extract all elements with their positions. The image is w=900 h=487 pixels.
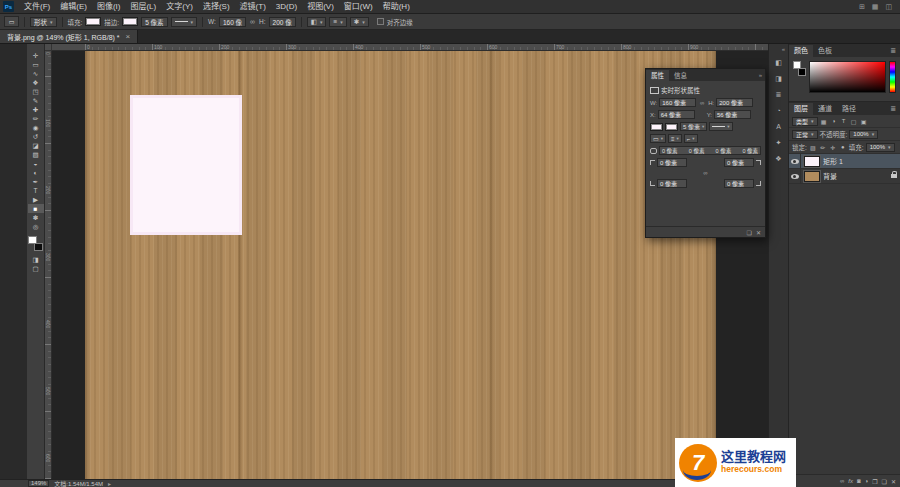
lock-position-icon[interactable]: ✛ bbox=[829, 144, 837, 151]
stroke-caps-select[interactable]: ≡ bbox=[668, 134, 682, 143]
panel-new-icon[interactable]: ❏ bbox=[747, 229, 752, 236]
path-operations-select[interactable]: ◧ bbox=[307, 17, 327, 27]
tab-layers[interactable]: 图层 bbox=[789, 103, 813, 115]
stroke-swatch[interactable] bbox=[665, 123, 678, 131]
panel-menu-icon[interactable]: ≣ bbox=[890, 103, 900, 115]
filter-smart-objects-icon[interactable]: ▣ bbox=[860, 118, 868, 125]
menu-view[interactable]: 视图(V) bbox=[302, 0, 339, 14]
lock-transparency-icon[interactable]: ▨ bbox=[809, 144, 817, 151]
new-group-icon[interactable]: ❐ bbox=[872, 478, 877, 485]
eye-icon[interactable] bbox=[791, 174, 799, 179]
background-color-swatch[interactable] bbox=[34, 243, 43, 251]
path-alignment-select[interactable]: ≡ bbox=[329, 17, 346, 27]
pen-tool[interactable]: ✒ bbox=[28, 177, 44, 186]
filter-adjustment-layers-icon[interactable]: ◑ bbox=[830, 118, 838, 124]
shape-width-field[interactable]: 160 像 bbox=[219, 17, 246, 27]
fill-swatch[interactable] bbox=[85, 17, 101, 26]
stroke-width-select[interactable]: 5 像素 bbox=[680, 122, 707, 131]
vertical-ruler[interactable]: 0 100 200 300 400 500 600 bbox=[45, 51, 52, 479]
workspace-switcher-icon[interactable]: ⊞ bbox=[859, 3, 865, 11]
opacity-select[interactable]: 100% bbox=[849, 130, 878, 139]
marquee-tool[interactable]: ▭ bbox=[28, 60, 44, 69]
path-selection-tool[interactable]: ▶ bbox=[28, 195, 44, 204]
stroke-align-select[interactable]: ▭ bbox=[650, 134, 666, 143]
shape-x-field[interactable]: 64 像素 bbox=[658, 110, 695, 119]
radius-summary-field[interactable]: 0 像素 0 像素 0 像素 0 像素 bbox=[659, 146, 761, 155]
add-mask-icon[interactable]: ◙ bbox=[857, 478, 861, 484]
menu-select[interactable]: 选择(S) bbox=[198, 0, 235, 14]
layer-row-rectangle[interactable]: 矩形 1 bbox=[789, 154, 900, 169]
quick-mask-button[interactable]: ◨ bbox=[28, 255, 44, 264]
healing-brush-tool[interactable]: ✚ bbox=[28, 105, 44, 114]
horizontal-ruler[interactable]: 0 100 200 300 400 500 600 700 800 900 bbox=[52, 44, 768, 51]
layer-name[interactable]: 矩形 1 bbox=[823, 156, 843, 166]
corner-tr-field[interactable]: 0 像素 bbox=[724, 158, 754, 167]
shape-h-field[interactable]: 200 像素 bbox=[716, 98, 753, 107]
link-wh-icon[interactable]: ∞ bbox=[698, 100, 706, 106]
link-dimensions-icon[interactable]: ∞ bbox=[249, 18, 256, 25]
zoom-tool[interactable]: ◎ bbox=[28, 222, 44, 231]
zoom-level-field[interactable]: 149% bbox=[28, 480, 49, 487]
lasso-tool[interactable]: ∿ bbox=[28, 69, 44, 78]
brush-tool[interactable]: ✏ bbox=[28, 114, 44, 123]
shape-height-field[interactable]: 200 像 bbox=[269, 17, 296, 27]
fill-swatch[interactable] bbox=[650, 123, 663, 131]
lock-all-icon[interactable]: ● bbox=[839, 144, 847, 150]
link-layers-icon[interactable]: ∞ bbox=[840, 478, 844, 484]
rectangle-tool[interactable]: ■ bbox=[28, 204, 44, 213]
tab-paths[interactable]: 路径 bbox=[837, 103, 861, 115]
filter-pixel-layers-icon[interactable]: ▦ bbox=[820, 118, 828, 125]
saturation-brightness-picker[interactable] bbox=[809, 61, 886, 93]
screen-mode-icon[interactable]: ◫ bbox=[885, 3, 892, 11]
link-corners-icon[interactable]: ∞ bbox=[702, 170, 710, 176]
filter-type-select[interactable]: 类型 bbox=[792, 117, 818, 126]
arrange-documents-icon[interactable]: ▦ bbox=[872, 3, 879, 11]
menu-filter[interactable]: 滤镜(T) bbox=[235, 0, 271, 14]
menu-file[interactable]: 文件(F) bbox=[19, 0, 55, 14]
stroke-corners-select[interactable]: ⌐ bbox=[684, 134, 698, 143]
corner-bl-field[interactable]: 0 像素 bbox=[657, 179, 687, 188]
ruler-origin[interactable] bbox=[45, 44, 52, 51]
quick-selection-tool[interactable]: ❖ bbox=[28, 78, 44, 87]
stroke-style-select[interactable] bbox=[709, 122, 732, 131]
crop-tool[interactable]: ◳ bbox=[28, 87, 44, 96]
layer-row-background[interactable]: 背景 bbox=[789, 169, 900, 184]
menu-window[interactable]: 窗口(W) bbox=[339, 0, 378, 14]
align-edges-checkbox[interactable] bbox=[377, 18, 384, 25]
menu-edit[interactable]: 编辑(E) bbox=[55, 0, 92, 14]
clock-history-icon[interactable]: ◔ bbox=[772, 105, 786, 116]
type-tool[interactable]: T bbox=[28, 186, 44, 195]
tab-close-icon[interactable]: × bbox=[126, 33, 131, 41]
color-fg-bg-swatches[interactable] bbox=[793, 61, 806, 76]
paragraph-panel-icon[interactable]: ✦ bbox=[772, 137, 786, 148]
styles-panel-icon[interactable]: ◨ bbox=[772, 73, 786, 84]
fg-color-chip[interactable] bbox=[793, 61, 801, 69]
canvas[interactable] bbox=[85, 51, 716, 479]
foreground-background-color[interactable] bbox=[28, 236, 43, 251]
status-menu-arrow-icon[interactable]: ▸ bbox=[108, 480, 111, 487]
gradient-tool[interactable]: ▨ bbox=[28, 150, 44, 159]
tab-channels[interactable]: 通道 bbox=[813, 103, 837, 115]
menu-help[interactable]: 帮助(H) bbox=[378, 0, 415, 14]
character-panel-icon[interactable]: A bbox=[772, 121, 786, 132]
collapse-panel-icon[interactable]: » bbox=[759, 70, 765, 81]
menu-type[interactable]: 文字(Y) bbox=[161, 0, 198, 14]
eye-icon[interactable] bbox=[791, 159, 799, 164]
history-panel-icon[interactable]: ≣ bbox=[772, 89, 786, 100]
adjustments-panel-icon[interactable]: ◧ bbox=[772, 57, 786, 68]
tool-mode-select[interactable]: 形状 bbox=[30, 17, 57, 27]
fill-opacity-select[interactable]: 100% bbox=[866, 143, 895, 152]
expand-panels-icon[interactable]: « bbox=[782, 46, 785, 52]
tool-preset-icon[interactable]: ▭ bbox=[4, 16, 19, 27]
adjustment-layer-icon[interactable]: ◑ bbox=[865, 478, 869, 484]
filter-type-layers-icon[interactable]: T bbox=[840, 118, 848, 124]
corner-tl-field[interactable]: 0 像素 bbox=[657, 158, 687, 167]
shape-settings-select[interactable]: ✱ bbox=[350, 17, 369, 27]
history-brush-tool[interactable]: ↺ bbox=[28, 132, 44, 141]
filter-shape-layers-icon[interactable]: ▢ bbox=[850, 118, 858, 125]
hue-slider[interactable] bbox=[889, 61, 896, 93]
panel-delete-icon[interactable]: ✕ bbox=[756, 229, 761, 236]
menu-3d[interactable]: 3D(D) bbox=[271, 0, 302, 14]
shape-w-field[interactable]: 160 像素 bbox=[659, 98, 696, 107]
hand-tool[interactable]: ✽ bbox=[28, 213, 44, 222]
